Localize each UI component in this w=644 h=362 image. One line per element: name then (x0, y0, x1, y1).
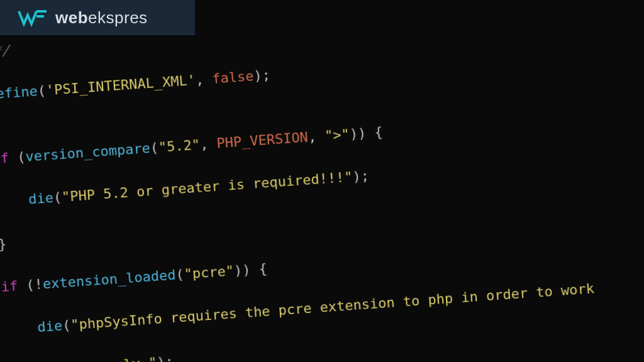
brand-wordmark: webekspres (55, 8, 148, 28)
brand-header: webekspres (0, 0, 195, 35)
brand-logo-icon (18, 8, 48, 28)
code-editor-view: */ define('PSI_INTERNAL_XML', false); if… (0, 0, 644, 362)
